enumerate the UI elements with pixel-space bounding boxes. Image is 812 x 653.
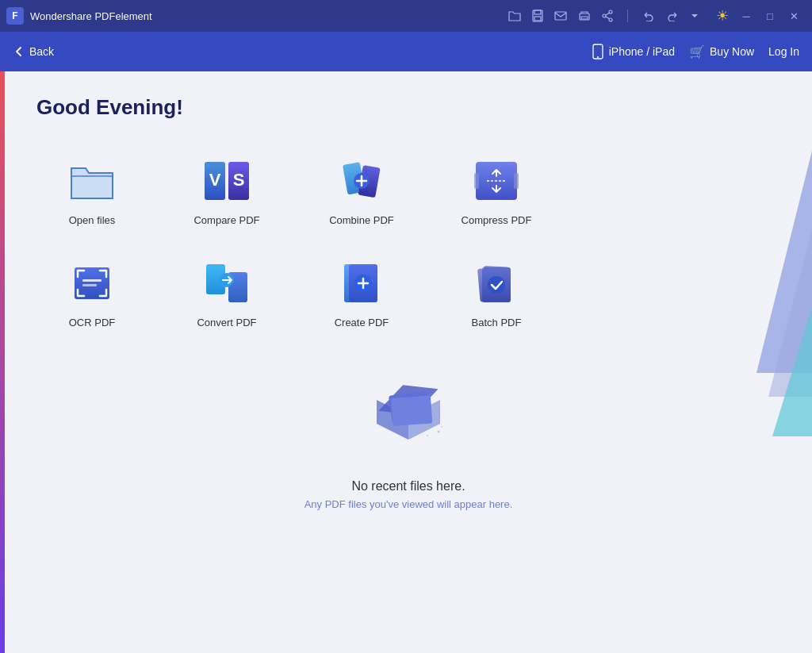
ocr-pdf-label: OCR PDF	[69, 317, 116, 328]
compare-pdf-icon: V S	[201, 156, 252, 206]
svg-rect-20	[474, 173, 479, 189]
folder-icon[interactable]	[508, 10, 521, 21]
save-icon[interactable]	[532, 10, 543, 22]
compare-pdf-button[interactable]: V S Co	[171, 148, 282, 234]
svg-rect-3	[555, 12, 566, 20]
no-files-text: No recent files here.	[351, 479, 465, 494]
open-files-label: Open files	[69, 214, 116, 226]
empty-state: No recent files here. Any PDF files you'…	[36, 368, 780, 510]
nav-bar: Back iPhone / iPad 🛒 Buy Now Log In	[0, 32, 812, 71]
open-files-button[interactable]: Open files	[36, 148, 147, 234]
svg-point-34	[488, 276, 505, 294]
toolbar-icons	[508, 10, 699, 22]
compare-pdf-label: Compare PDF	[193, 214, 259, 226]
svg-point-10	[597, 56, 599, 58]
buy-now-label: Buy Now	[710, 45, 754, 58]
svg-rect-22	[75, 267, 109, 299]
print-icon[interactable]	[578, 10, 591, 21]
greeting: Good Evening!	[36, 95, 780, 120]
undo-icon[interactable]	[642, 10, 655, 21]
app-logo: F	[6, 7, 24, 25]
theme-icon[interactable]: ☀	[710, 5, 734, 27]
minimize-button[interactable]: ─	[734, 5, 758, 27]
back-arrow-icon	[13, 45, 25, 58]
batch-pdf-label: Batch PDF	[472, 317, 522, 328]
svg-rect-23	[82, 279, 102, 282]
iphone-ipad-label: iPhone / iPad	[609, 45, 675, 58]
content-area: Good Evening! Open files	[5, 71, 812, 653]
combine-pdf-icon	[336, 156, 387, 206]
iphone-icon	[592, 44, 604, 60]
svg-text:V: V	[209, 170, 221, 190]
compress-pdf-label: Compress PDF	[462, 214, 532, 226]
compress-pdf-button[interactable]: Compress PDF	[441, 148, 552, 234]
nav-left: Back	[13, 45, 54, 58]
svg-point-44	[441, 426, 442, 428]
app-title: Wondershare PDFelement	[30, 10, 508, 22]
svg-rect-24	[82, 284, 97, 286]
svg-text:S: S	[233, 170, 245, 190]
nav-right: iPhone / iPad 🛒 Buy Now Log In	[592, 44, 799, 60]
mail-icon[interactable]	[554, 11, 567, 21]
create-pdf-button[interactable]: Create PDF	[306, 250, 417, 336]
svg-rect-5	[581, 17, 588, 19]
maximize-button[interactable]: □	[758, 5, 782, 27]
ocr-pdf-icon	[67, 258, 117, 309]
ocr-pdf-button[interactable]: OCR PDF	[36, 250, 147, 336]
window-controls: ☀ ─ □ ✕	[710, 5, 806, 27]
no-files-sub: Any PDF files you've viewed will appear …	[304, 498, 513, 510]
svg-rect-2	[534, 17, 541, 21]
redo-icon[interactable]	[666, 10, 679, 21]
batch-pdf-button[interactable]: Batch PDF	[441, 250, 552, 336]
tool-grid: Open files V S	[36, 148, 780, 336]
combine-pdf-button[interactable]: Combine PDF	[306, 148, 417, 234]
toolbar-divider	[627, 10, 628, 22]
svg-rect-21	[514, 173, 519, 189]
svg-point-7	[603, 14, 606, 17]
share-icon[interactable]	[602, 10, 613, 22]
svg-point-43	[427, 435, 428, 436]
back-label: Back	[29, 45, 54, 58]
open-files-icon	[67, 156, 117, 206]
batch-pdf-icon	[471, 258, 522, 309]
log-in-label: Log In	[768, 45, 799, 58]
cart-icon: 🛒	[689, 44, 705, 60]
convert-pdf-label: Convert PDF	[197, 317, 256, 328]
svg-rect-1	[534, 10, 541, 14]
buy-now-button[interactable]: 🛒 Buy Now	[689, 44, 754, 60]
combine-pdf-label: Combine PDF	[329, 214, 394, 226]
iphone-ipad-button[interactable]: iPhone / iPad	[592, 44, 675, 60]
close-button[interactable]: ✕	[782, 5, 806, 27]
create-pdf-label: Create PDF	[335, 317, 389, 328]
main-content: Good Evening! Open files	[0, 71, 812, 653]
menu-down-icon[interactable]	[690, 11, 699, 21]
empty-illustration	[353, 368, 464, 463]
compress-pdf-icon	[471, 156, 522, 206]
title-bar: F Wondershare PDFelement	[0, 0, 812, 32]
log-in-button[interactable]: Log In	[768, 45, 799, 58]
svg-point-42	[438, 431, 440, 433]
back-button[interactable]: Back	[13, 45, 54, 58]
svg-point-41	[431, 424, 434, 427]
convert-pdf-button[interactable]: Convert PDF	[171, 250, 282, 336]
svg-rect-40	[391, 396, 432, 426]
create-pdf-icon	[336, 258, 387, 309]
convert-pdf-icon	[201, 258, 252, 309]
